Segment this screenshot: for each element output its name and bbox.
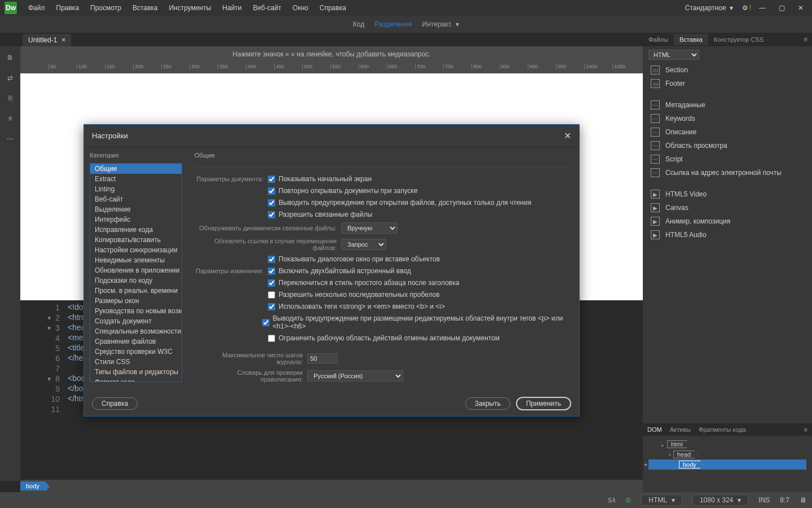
category-item[interactable]: Просм. в реальн. времени [90, 286, 182, 296]
insert-mode[interactable]: INS [758, 496, 770, 504]
tab-close-icon[interactable]: × [61, 36, 65, 44]
tab-snippets[interactable]: Фрагменты кода [699, 426, 746, 433]
category-item[interactable]: Обновления в приложении [90, 265, 182, 275]
tab-files[interactable]: Файлы [643, 34, 674, 45]
insert-item[interactable]: ▭Footer [647, 77, 807, 90]
dyn-files-select[interactable]: Вручную [341, 222, 398, 234]
preview-icon[interactable]: 🖥 [800, 496, 806, 504]
tab-dom[interactable]: DOM [647, 426, 662, 433]
dialog-close-icon[interactable]: ✕ [564, 130, 571, 141]
cb-limit-undo[interactable] [268, 335, 275, 342]
workspace-dropdown[interactable]: Стандартное▾ [679, 2, 739, 14]
category-item[interactable]: Выделение [90, 204, 182, 214]
dictionary-select[interactable]: Русский (Россия) [307, 370, 403, 382]
category-item[interactable]: Подсказки по коду [90, 275, 182, 286]
cb-doublebyte[interactable] [268, 268, 275, 275]
category-item[interactable]: Невидимые элементы [90, 255, 182, 265]
cb-reopen-docs[interactable] [268, 187, 275, 195]
status-bar: SA ⊘ HTML▾ 1080 x 324▾ INS 8:7 🖥 [0, 492, 812, 508]
category-item[interactable]: Общие [90, 164, 182, 174]
insert-item[interactable]: ⋯Область просмотра [647, 139, 807, 152]
insert-item[interactable]: ⋯Script [647, 152, 807, 166]
dom-node-body[interactable]: +body [648, 459, 806, 470]
category-item[interactable]: Интерфейс [90, 214, 182, 225]
dimensions-display[interactable]: 1080 x 324▾ [692, 494, 748, 506]
menu-Просмотр[interactable]: Просмотр [85, 0, 127, 16]
menu-Файл[interactable]: Файл [23, 0, 51, 16]
category-list[interactable]: ОбщиеExtractLintingВеб-сайтВыделениеИнте… [90, 163, 182, 382]
insert-item[interactable]: ⋯Ссылка на адрес электронной почты [647, 166, 807, 179]
category-item[interactable]: Настройки синхронизации [90, 245, 182, 255]
cb-readonly-warn[interactable] [268, 199, 275, 207]
category-item[interactable]: Руководства по новым возм [90, 306, 182, 316]
category-item[interactable]: Сравнение файлов [90, 336, 182, 347]
category-item[interactable]: Стили CSS [90, 357, 182, 367]
category-item[interactable]: Формат кода [90, 377, 182, 382]
dom-panel-tabs: DOM Активы Фрагменты кода ≡ [643, 423, 812, 436]
view-interactive[interactable]: Интеракт.▾ [422, 20, 460, 28]
category-item[interactable]: Средство проверки W3C [90, 347, 182, 357]
menu-Справка[interactable]: Справка [314, 0, 352, 16]
insert-item[interactable]: ▶HTML5 Audio [647, 228, 807, 242]
cb-strong-em[interactable] [268, 303, 275, 310]
right-panel-tabs: Файлы Вставка Конструктор CSS ≡ [643, 33, 812, 46]
menu-Инструменты[interactable]: Инструменты [163, 0, 217, 16]
tab-assets[interactable]: Активы [670, 426, 691, 433]
lines-icon[interactable]: ≡ [5, 113, 16, 124]
insert-category-select[interactable]: HTML [648, 50, 699, 60]
category-item[interactable]: Создать документ [90, 316, 182, 326]
insert-item[interactable]: ⋯Метаданные [647, 98, 807, 112]
close-button[interactable]: Закрыть [465, 397, 510, 410]
menu-Веб-сайт[interactable]: Веб-сайт [248, 0, 287, 16]
category-item[interactable]: Linting [90, 184, 182, 194]
category-item[interactable]: Специальные возможности [90, 326, 182, 336]
insert-item[interactable]: ▭Section [647, 63, 807, 77]
cb-multi-spaces[interactable] [268, 291, 275, 299]
close-window-button[interactable]: ✕ [793, 2, 809, 14]
insert-item[interactable]: ▶Canvas [647, 201, 807, 214]
category-item[interactable]: Размеры окон [90, 296, 182, 306]
insert-item[interactable]: ▶HTML5 Video [647, 187, 807, 201]
minimize-button[interactable]: — [754, 2, 770, 14]
panel-menu-icon[interactable]: ≡ [804, 426, 807, 433]
insert-item[interactable]: ⋯Описание [647, 125, 807, 139]
file-icon[interactable]: 🗎 [5, 52, 16, 63]
sync-settings-icon[interactable]: ⚙! [742, 4, 751, 12]
help-button[interactable]: Справка [92, 397, 138, 410]
category-item[interactable]: Копировать/вставить [90, 235, 182, 245]
tab-insert[interactable]: Вставка [674, 34, 708, 45]
panel-menu-icon[interactable]: ≡ [799, 36, 812, 43]
cb-related-files[interactable] [268, 211, 275, 218]
category-item[interactable]: Исправление кода [90, 225, 182, 235]
tab-css[interactable]: Конструктор CSS [708, 34, 769, 45]
category-item[interactable]: Веб-сайт [90, 194, 182, 204]
category-item[interactable]: Типы файлов и редакторы [90, 367, 182, 377]
category-item[interactable]: Extract [90, 174, 182, 184]
view-code[interactable]: Код [353, 20, 364, 28]
menu-Правка[interactable]: Правка [51, 0, 85, 16]
inspect-icon[interactable]: ⎘ [5, 93, 16, 104]
insert-item[interactable]: ▶Анимир. композиция [647, 214, 807, 228]
document-tab[interactable]: Untitled-1 × [23, 34, 71, 46]
history-steps-input[interactable] [307, 353, 338, 364]
more-icon[interactable]: ⋯ [5, 133, 16, 144]
arrows-icon[interactable]: ⇄ [5, 72, 16, 84]
menu-Вставка[interactable]: Вставка [127, 0, 164, 16]
tag-chip-body[interactable]: body [20, 481, 45, 491]
update-links-select[interactable]: Запрос [341, 239, 386, 250]
cb-paragraph-style[interactable] [268, 279, 275, 287]
apply-button[interactable]: Применить [516, 397, 571, 410]
menu-Окно[interactable]: Окно [287, 0, 314, 16]
maximize-button[interactable]: ▢ [774, 2, 789, 14]
cb-editable-warn[interactable] [262, 319, 270, 326]
dom-node-head[interactable]: ›head [648, 449, 806, 459]
content-header: Общие [195, 152, 570, 159]
add-node-icon[interactable]: + [644, 461, 647, 468]
cb-start-screen[interactable] [268, 176, 275, 183]
cb-insert-dialog[interactable] [268, 256, 275, 263]
insert-item[interactable]: ⋯Keywords [647, 112, 807, 125]
language-selector[interactable]: HTML▾ [641, 494, 682, 506]
dom-node-html[interactable]: ⌄html [648, 439, 806, 449]
menu-Найти[interactable]: Найти [217, 0, 247, 16]
view-split[interactable]: Разделение [374, 20, 412, 28]
